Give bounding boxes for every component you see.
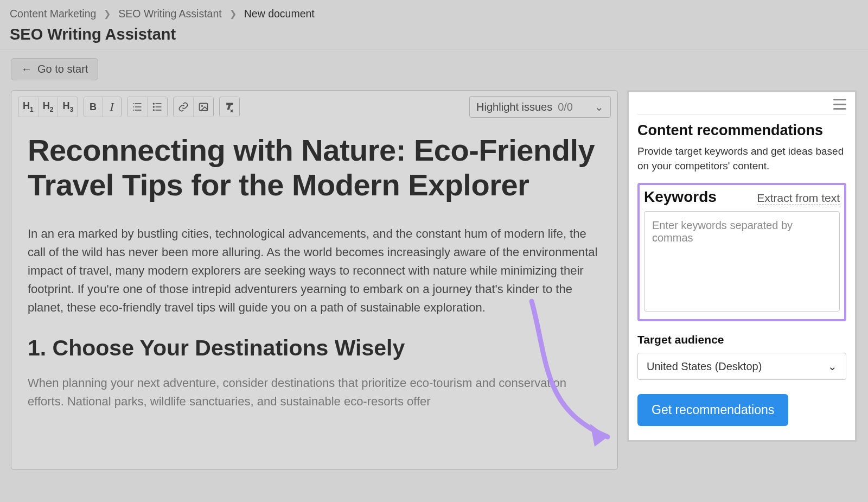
target-audience-value: United States (Desktop) (647, 360, 762, 373)
chevron-right-icon: ❯ (104, 9, 111, 19)
highlight-issues-dropdown[interactable]: Highlight issues 0/0 ⌄ (469, 96, 611, 118)
chevron-right-icon: ❯ (229, 9, 237, 19)
svg-point-1 (153, 106, 155, 107)
keywords-section: Keywords Extract from text (637, 183, 846, 321)
heading2-button[interactable]: H2 (39, 97, 59, 117)
editor-toolbar: H1 H2 H3 B I (11, 91, 617, 123)
keywords-label: Keywords (644, 188, 717, 206)
editor-pane: H1 H2 H3 B I (11, 90, 618, 470)
image-button[interactable] (194, 97, 213, 117)
recommendations-sidebar: Content recommendations Provide target k… (627, 90, 857, 442)
target-audience-label: Target audience (637, 333, 846, 346)
breadcrumb-item-current: New document (244, 8, 315, 20)
sidebar-heading: Content recommendations (637, 122, 846, 139)
page-title: SEO Writing Assistant (10, 26, 858, 43)
sidebar-description: Provide target keywords and get ideas ba… (637, 144, 846, 173)
italic-button[interactable]: I (103, 97, 121, 117)
link-icon (178, 101, 189, 112)
menu-icon[interactable] (833, 99, 846, 110)
get-recommendations-button[interactable]: Get recommendations (637, 394, 788, 426)
chevron-down-icon: ⌄ (828, 360, 837, 373)
go-to-start-button[interactable]: ← Go to start (11, 58, 98, 80)
document-paragraph[interactable]: When planning your next adventure, consi… (28, 374, 601, 411)
breadcrumb: Content Marketing ❯ SEO Writing Assistan… (10, 8, 858, 20)
svg-rect-3 (200, 103, 208, 110)
highlight-issues-label: Highlight issues (476, 101, 552, 113)
svg-point-4 (201, 105, 203, 107)
unordered-list-icon (152, 101, 163, 112)
link-button[interactable] (174, 97, 194, 117)
document-paragraph[interactable]: In an era marked by bustling cities, tec… (28, 225, 601, 317)
svg-point-2 (153, 109, 155, 111)
go-to-start-label: Go to start (37, 63, 88, 75)
ordered-list-icon (132, 101, 143, 112)
chevron-down-icon: ⌄ (595, 100, 604, 113)
clear-format-button[interactable] (220, 97, 239, 117)
ordered-list-button[interactable] (127, 97, 148, 117)
keywords-input[interactable] (644, 211, 840, 312)
image-icon (198, 101, 209, 112)
svg-point-0 (153, 103, 155, 105)
document-body[interactable]: Reconnecting with Nature: Eco-Friendly T… (11, 123, 617, 446)
breadcrumb-item[interactable]: Content Marketing (10, 8, 96, 20)
heading3-button[interactable]: H3 (58, 97, 78, 117)
breadcrumb-item[interactable]: SEO Writing Assistant (118, 8, 221, 20)
arrow-left-icon: ← (21, 63, 32, 75)
target-audience-select[interactable]: United States (Desktop) ⌄ (637, 353, 846, 380)
extract-from-text-link[interactable]: Extract from text (757, 192, 840, 205)
bold-button[interactable]: B (84, 97, 103, 117)
document-title[interactable]: Reconnecting with Nature: Eco-Friendly T… (28, 133, 601, 203)
unordered-list-button[interactable] (148, 97, 167, 117)
highlight-issues-count: 0/0 (558, 101, 573, 113)
document-heading[interactable]: 1. Choose Your Destinations Wisely (28, 335, 601, 361)
clear-format-icon (224, 101, 235, 112)
heading1-button[interactable]: H1 (18, 97, 39, 117)
